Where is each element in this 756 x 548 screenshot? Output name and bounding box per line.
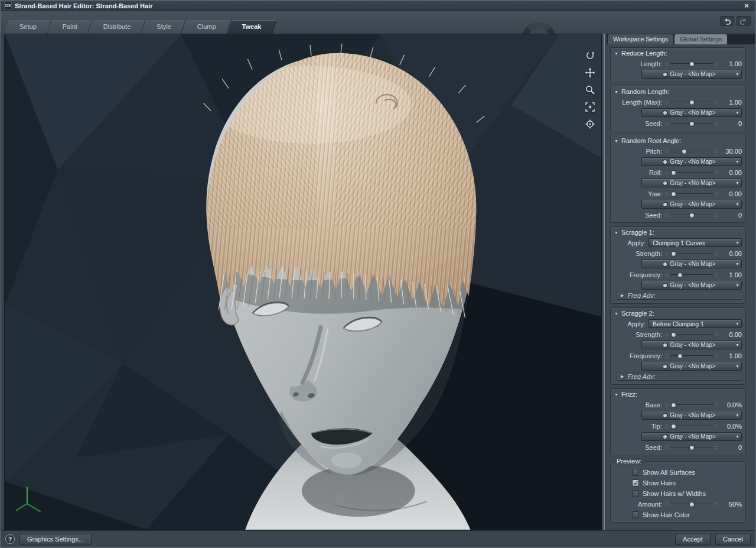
- slider-track[interactable]: [670, 123, 713, 124]
- slider-max-diamond[interactable]: [715, 252, 719, 256]
- frequency-slider[interactable]: [665, 271, 718, 278]
- map-dropdown[interactable]: Gray - <No Map> ▼: [641, 260, 742, 268]
- slider-thumb[interactable]: [689, 121, 695, 127]
- slider-min-diamond[interactable]: [665, 273, 669, 277]
- slider-thumb[interactable]: [689, 61, 695, 67]
- tab-workspace-settings[interactable]: Workspace Settings: [608, 34, 673, 44]
- map-dropdown[interactable]: Gray - <No Map> ▼: [641, 108, 742, 117]
- slider-min-diamond[interactable]: [665, 403, 669, 407]
- roll-slider[interactable]: [665, 168, 718, 176]
- slider-min-diamond[interactable]: [665, 100, 669, 105]
- seed-slider[interactable]: [665, 119, 718, 127]
- help-button[interactable]: ?: [5, 534, 15, 544]
- show-all-surfaces-checkbox[interactable]: [632, 469, 639, 476]
- zoom-icon[interactable]: [584, 84, 596, 96]
- pan-icon[interactable]: [584, 67, 596, 79]
- redo-button[interactable]: [737, 16, 751, 26]
- slider-track[interactable]: [670, 334, 713, 335]
- slider-max-diamond[interactable]: [715, 100, 719, 105]
- show-hair-color-checkbox[interactable]: [632, 511, 639, 518]
- slider-min-diamond[interactable]: [665, 354, 669, 358]
- tab-clump[interactable]: Clump: [184, 20, 229, 34]
- slider-track[interactable]: [670, 193, 713, 194]
- accept-button[interactable]: Accept: [675, 534, 711, 545]
- focus-icon[interactable]: [584, 118, 596, 130]
- slider-thumb[interactable]: [689, 100, 695, 105]
- slider-max-diamond[interactable]: [715, 273, 719, 277]
- map-dropdown[interactable]: Gray - <No Map> ▼: [641, 157, 742, 166]
- slider-max-diamond[interactable]: [715, 446, 719, 450]
- slider-min-diamond[interactable]: [665, 192, 669, 196]
- close-button[interactable]: ×: [741, 1, 752, 10]
- slider-track[interactable]: [670, 151, 713, 152]
- tab-distribute[interactable]: Distribute: [90, 20, 144, 34]
- slider-track[interactable]: [670, 447, 713, 448]
- panel-splitter[interactable]: [602, 34, 607, 530]
- slider-min-diamond[interactable]: [665, 252, 669, 256]
- slider-min-diamond[interactable]: [665, 424, 669, 429]
- cancel-button[interactable]: Cancel: [715, 534, 751, 545]
- show-hairs-widths-checkbox[interactable]: [632, 490, 639, 497]
- yaw-slider[interactable]: [665, 190, 718, 197]
- slider-thumb[interactable]: [677, 273, 683, 278]
- freq-adv-group[interactable]: ▶ Freq Adv:: [617, 291, 742, 300]
- slider-track[interactable]: [670, 63, 713, 64]
- section-header[interactable]: ▼ Scraggle 1:: [611, 227, 745, 237]
- slider-min-diamond[interactable]: [665, 333, 669, 337]
- slider-track[interactable]: [670, 102, 713, 103]
- slider-track[interactable]: [670, 504, 713, 505]
- seed-slider[interactable]: [665, 443, 718, 451]
- map-dropdown[interactable]: Gray - <No Map> ▼: [641, 362, 742, 371]
- frequency-slider[interactable]: [665, 352, 718, 359]
- slider-thumb[interactable]: [671, 251, 676, 257]
- slider-min-diamond[interactable]: [665, 171, 669, 175]
- slider-min-diamond[interactable]: [665, 213, 669, 218]
- slider-min-diamond[interactable]: [665, 502, 669, 507]
- slider-thumb[interactable]: [671, 424, 676, 429]
- base-slider[interactable]: [665, 401, 718, 408]
- slider-track[interactable]: [670, 355, 713, 356]
- slider-thumb[interactable]: [671, 403, 676, 408]
- slider-track[interactable]: [670, 253, 713, 254]
- slider-min-diamond[interactable]: [665, 446, 669, 450]
- length-slider[interactable]: [665, 60, 718, 67]
- region-zoom-icon[interactable]: [584, 101, 596, 113]
- slider-max-diamond[interactable]: [715, 354, 719, 358]
- graphics-settings-button[interactable]: Graphics Settings...: [19, 534, 92, 545]
- map-dropdown[interactable]: Gray - <No Map> ▼: [641, 341, 742, 349]
- length-max-slider[interactable]: [665, 98, 718, 106]
- viewport-3d[interactable]: [4, 34, 602, 530]
- orbit-icon[interactable]: [584, 50, 596, 61]
- slider-max-diamond[interactable]: [715, 150, 719, 154]
- slider-max-diamond[interactable]: [715, 333, 719, 337]
- slider-max-diamond[interactable]: [715, 122, 719, 126]
- amount-slider[interactable]: [665, 500, 718, 508]
- slider-max-diamond[interactable]: [715, 62, 719, 66]
- slider-thumb[interactable]: [671, 192, 676, 197]
- strength-slider[interactable]: [665, 330, 718, 338]
- section-header[interactable]: ▼ Frizz:: [611, 389, 745, 399]
- slider-thumb[interactable]: [671, 170, 676, 176]
- slider-min-diamond[interactable]: [665, 62, 669, 66]
- pitch-slider[interactable]: [665, 147, 718, 155]
- tab-setup[interactable]: Setup: [6, 20, 50, 34]
- slider-max-diamond[interactable]: [715, 171, 719, 175]
- section-header[interactable]: ▼ Scraggle 2:: [611, 308, 745, 318]
- slider-track[interactable]: [670, 172, 713, 173]
- slider-min-diamond[interactable]: [665, 150, 669, 154]
- slider-max-diamond[interactable]: [715, 403, 719, 407]
- tip-slider[interactable]: [665, 422, 718, 430]
- tab-style[interactable]: Style: [144, 20, 184, 34]
- slider-max-diamond[interactable]: [715, 213, 719, 218]
- slider-thumb[interactable]: [689, 213, 695, 218]
- slider-track[interactable]: [670, 404, 713, 406]
- slider-track[interactable]: [670, 426, 713, 427]
- slider-thumb[interactable]: [671, 332, 676, 338]
- apply-dropdown[interactable]: Clumping 1 Curves ▼: [649, 238, 742, 247]
- slider-thumb[interactable]: [682, 149, 687, 154]
- tab-tweak[interactable]: Tweak: [229, 20, 275, 34]
- slider-min-diamond[interactable]: [665, 122, 669, 126]
- slider-track[interactable]: [670, 274, 713, 275]
- slider-thumb[interactable]: [689, 445, 695, 450]
- undo-button[interactable]: [720, 16, 734, 26]
